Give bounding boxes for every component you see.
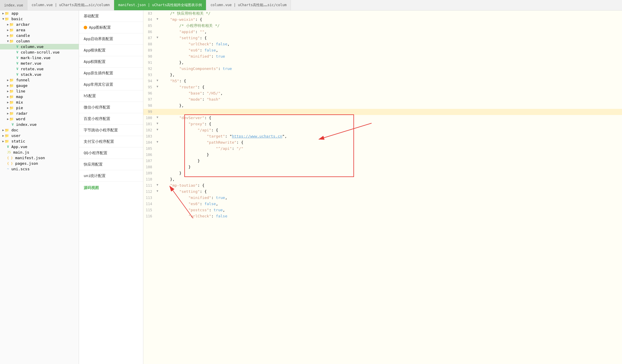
line-number: 98 <box>143 103 155 109</box>
settings-label: uni统计配置 <box>84 173 106 178</box>
tree-item-stack-vue[interactable]: Vstack.vue <box>0 72 79 77</box>
fold-button[interactable]: ▼ <box>155 140 160 144</box>
tree-label-pages-json: pages.json <box>15 161 38 166</box>
tree-item-meter-vue[interactable]: Vmeter.vue <box>0 61 79 66</box>
tree-item-index-vue[interactable]: Vindex.vue <box>0 122 79 127</box>
tree-item-funnel[interactable]: ▶📁funnel <box>0 77 79 83</box>
code-editor: 83 /* 快应用特有相关 */84▼ "mp-weixin": {85 /* … <box>143 11 622 219</box>
line-number: 100 <box>143 115 155 121</box>
tree-item-column[interactable]: ▼📁column <box>0 38 79 44</box>
tree-label-radar: radar <box>16 111 28 116</box>
tree-item-manifest-json[interactable]: { }manifest.json <box>0 155 79 161</box>
tab-2[interactable]: manifest.json | uCharts高性能跨全端图表示例 <box>114 0 206 10</box>
code-text: "urlCheck": false <box>160 213 622 219</box>
settings-item-4[interactable]: App权限配置 <box>79 56 143 68</box>
settings-item-5[interactable]: App原生插件配置 <box>79 68 143 79</box>
folder-icon: 📁 <box>9 28 14 32</box>
chevron-icon: ▶ <box>7 95 9 98</box>
folder-icon: 📁 <box>9 84 14 88</box>
settings-item-13[interactable]: 快应用配置 <box>79 159 143 170</box>
tree-item-arcbar[interactable]: ▶📁arcbar <box>0 22 79 27</box>
tree-item-column-scroll-vue[interactable]: Vcolumn-scroll.vue <box>0 49 79 55</box>
code-text: }, <box>160 60 622 66</box>
code-line-113: 113 "minified": true, <box>143 195 622 201</box>
tree-item-app-vue[interactable]: VApp.vue <box>0 144 79 150</box>
tree-item-static[interactable]: ▶📁static <box>0 138 79 144</box>
fold-button[interactable]: ▼ <box>155 84 160 89</box>
settings-label: 基础配置 <box>84 13 99 19</box>
tree-item-pages-json[interactable]: { }pages.json <box>0 161 79 166</box>
tree-item-basic[interactable]: ▼📁basic <box>0 16 79 22</box>
tree-item-candle[interactable]: ▶📁candle <box>0 33 79 38</box>
settings-label: h5配置 <box>84 93 96 99</box>
code-text: "h5": { <box>160 78 622 84</box>
settings-item-6[interactable]: App常用其它设置 <box>79 79 143 90</box>
tree-item-map[interactable]: ▶📁map <box>0 94 79 99</box>
tree-label-gauge: gauge <box>16 83 28 88</box>
code-text: }, <box>160 103 622 109</box>
line-number: 89 <box>143 47 155 53</box>
settings-item-9[interactable]: 百度小程序配置 <box>79 113 143 125</box>
code-editor-wrapper: 83 /* 快应用特有相关 */84▼ "mp-weixin": {85 /* … <box>143 11 622 364</box>
settings-item-11[interactable]: 支付宝小程序配置 <box>79 136 143 147</box>
tree-item-app[interactable]: ▶📁app <box>0 11 79 16</box>
tree-item-main-js[interactable]: JSmain.js <box>0 150 79 155</box>
settings-item-8[interactable]: 微信小程序配置 <box>79 102 143 113</box>
tree-item-user[interactable]: ▶📁user <box>0 133 79 138</box>
code-text: /* 小程序特有相关 */ <box>160 23 622 29</box>
fold-button[interactable]: ▼ <box>155 127 160 132</box>
tree-item-area[interactable]: ▶📁area <box>0 27 79 33</box>
fold-button[interactable]: ▼ <box>155 115 160 120</box>
fold-button[interactable]: ▼ <box>155 183 160 187</box>
tab-0[interactable]: index.vue <box>0 0 28 10</box>
tree-label-candle: candle <box>16 33 30 38</box>
tab-1[interactable]: column.vue | uCharts高性能……sic/column <box>28 0 114 10</box>
chevron-icon: ▶ <box>7 112 9 115</box>
line-number: 88 <box>143 41 155 47</box>
tree-item-word[interactable]: ▶📁word <box>0 116 79 122</box>
fold-button[interactable]: ▼ <box>155 189 160 193</box>
settings-item-10[interactable]: 字节跳动小程序配置 <box>79 125 143 136</box>
chevron-icon: ▼ <box>2 17 4 20</box>
source-link[interactable]: 源码视图 <box>79 182 143 194</box>
code-text: "^/api": "/" <box>160 146 622 152</box>
tree-label-uni-scss: uni.scss <box>11 167 30 171</box>
settings-item-14[interactable]: uni统计配置 <box>79 170 143 182</box>
folder-icon: 📁 <box>5 11 9 16</box>
settings-item-0[interactable]: 基础配置 <box>79 11 143 22</box>
fold-button[interactable]: ▼ <box>155 78 160 83</box>
fold-button[interactable]: ▼ <box>155 121 160 126</box>
settings-item-7[interactable]: h5配置 <box>79 90 143 102</box>
tree-item-mix[interactable]: ▶📁mix <box>0 99 79 105</box>
code-text: "pathRewrite": { <box>160 140 622 146</box>
tree-item-gauge[interactable]: ▶📁gauge <box>0 83 79 88</box>
tree-item-rotate-vue[interactable]: Vrotate.vue <box>0 66 79 72</box>
tree-item-uni-scss[interactable]: ~uni.scss <box>0 166 79 172</box>
tree-item-column-vue[interactable]: Vcolumn.vue <box>0 44 79 49</box>
chevron-icon: ▶ <box>2 140 4 143</box>
settings-item-3[interactable]: App模块配置 <box>79 45 143 56</box>
settings-item-2[interactable]: App启动界面配置 <box>79 33 143 45</box>
tree-item-line[interactable]: ▶📁line <box>0 88 79 94</box>
code-line-85: 85 /* 小程序特有相关 */ <box>143 23 622 29</box>
line-number: 83 <box>143 11 155 16</box>
code-line-110: 110 }, <box>143 176 622 183</box>
json-icon: { } <box>7 162 13 165</box>
tab-3[interactable]: column.vue | uCharts高性能……sic/colum <box>206 0 291 10</box>
tree-item-radar[interactable]: ▶📁radar <box>0 111 79 116</box>
settings-item-1[interactable]: App图标配置 <box>79 22 143 33</box>
main-layout: ▶📁app▼📁basic▶📁arcbar▶📁area▶📁candle▼📁colu… <box>0 11 622 364</box>
tree-item-pie[interactable]: ▶📁pie <box>0 105 79 111</box>
fold-button[interactable]: ▼ <box>155 17 160 21</box>
settings-item-12[interactable]: QQ小程序配置 <box>79 147 143 159</box>
tree-item-mark-line-vue[interactable]: Vmark-line.vue <box>0 55 79 61</box>
folder-icon: 📁 <box>5 17 9 21</box>
code-text: "urlCheck": false, <box>160 41 622 47</box>
code-text: "postcss": true, <box>160 207 622 213</box>
fold-button[interactable]: ▼ <box>155 35 160 40</box>
tree-item-doc[interactable]: ▶📁doc <box>0 127 79 133</box>
line-number: 90 <box>143 54 155 59</box>
settings-label: App启动界面配置 <box>84 36 113 42</box>
vue-icon: V <box>16 56 18 60</box>
line-number: 111 <box>143 183 155 188</box>
